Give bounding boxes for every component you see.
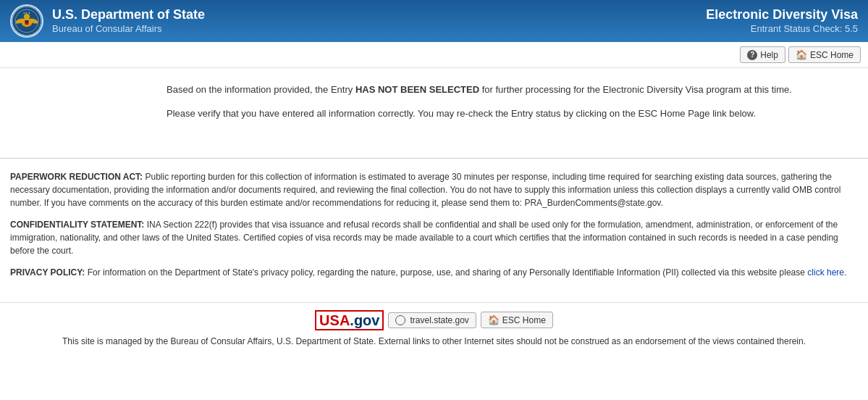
gov-text: .gov	[350, 312, 379, 328]
privacy-paragraph: PRIVACY POLICY: For information on the D…	[10, 266, 858, 279]
travel-label: travel.state.gov	[410, 315, 468, 325]
usa-text: USA	[319, 312, 350, 328]
status-line-2: Please verify that you have entered all …	[167, 107, 839, 122]
privacy-pre-text: For information on the Department of Sta…	[85, 267, 807, 278]
help-icon: ?	[747, 50, 757, 60]
not-selected-text: HAS NOT BEEN SELECTED	[355, 84, 479, 95]
program-title: Electronic Diversity Visa	[706, 7, 858, 23]
main-content: Based on the information provided, the E…	[0, 68, 868, 151]
bureau-name: Bureau of Consular Affairs	[52, 23, 205, 35]
program-subtitle: Entrant Status Check: 5.5	[706, 23, 858, 35]
footer-esc-home-button[interactable]: 🏠 ESC Home	[481, 312, 553, 328]
status-message: Based on the information provided, the E…	[167, 83, 839, 122]
legal-section: PAPERWORK REDUCTION ACT: Public reportin…	[0, 170, 868, 302]
footer-links: USA.gov travel.state.gov 🏠 ESC Home	[10, 310, 858, 330]
esc-home-button[interactable]: 🏠 ESC Home	[788, 46, 861, 63]
privacy-post-text: .	[844, 267, 846, 278]
privacy-label: PRIVACY POLICY:	[10, 267, 85, 278]
help-label: Help	[760, 50, 778, 60]
confidentiality-label: CONFIDENTIALITY STATEMENT:	[10, 220, 144, 230]
status-post-text: for further processing for the Electroni…	[479, 84, 792, 95]
page-header: ★ ★ ★ U.S. Department of State Bureau of…	[0, 0, 868, 42]
svg-text:★ ★ ★: ★ ★ ★	[23, 12, 31, 14]
status-pre-text: Based on the information provided, the E…	[167, 84, 355, 95]
home-icon: 🏠	[796, 49, 807, 60]
privacy-link[interactable]: click here	[807, 267, 844, 278]
footer-home-icon: 🏠	[488, 314, 500, 325]
help-button[interactable]: ? Help	[740, 46, 785, 63]
esc-home-label: ESC Home	[810, 50, 854, 60]
svg-rect-7	[25, 20, 28, 22]
header-right: Electronic Diversity Visa Entrant Status…	[706, 7, 858, 34]
header-title-group: U.S. Department of State Bureau of Consu…	[52, 7, 205, 34]
footer: USA.gov travel.state.gov 🏠 ESC Home This…	[0, 302, 868, 354]
seal-logo: ★ ★ ★	[10, 4, 43, 38]
footer-note: This site is managed by the Bureau of Co…	[10, 336, 858, 346]
toolbar: ? Help 🏠 ESC Home	[0, 42, 868, 68]
globe-icon	[395, 315, 405, 325]
paperwork-label: PAPERWORK REDUCTION ACT:	[10, 172, 143, 182]
footer-esc-home-label: ESC Home	[502, 315, 546, 325]
agency-name: U.S. Department of State	[52, 7, 205, 23]
header-left: ★ ★ ★ U.S. Department of State Bureau of…	[10, 4, 205, 38]
svg-point-3	[24, 14, 30, 20]
confidentiality-paragraph: CONFIDENTIALITY STATEMENT: INA Section 2…	[10, 218, 858, 257]
usa-gov-logo: USA.gov	[315, 310, 384, 330]
status-line-1: Based on the information provided, the E…	[167, 83, 839, 98]
content-divider	[0, 158, 868, 159]
travel-state-gov-button[interactable]: travel.state.gov	[388, 312, 476, 328]
paperwork-paragraph: PAPERWORK REDUCTION ACT: Public reportin…	[10, 170, 858, 209]
